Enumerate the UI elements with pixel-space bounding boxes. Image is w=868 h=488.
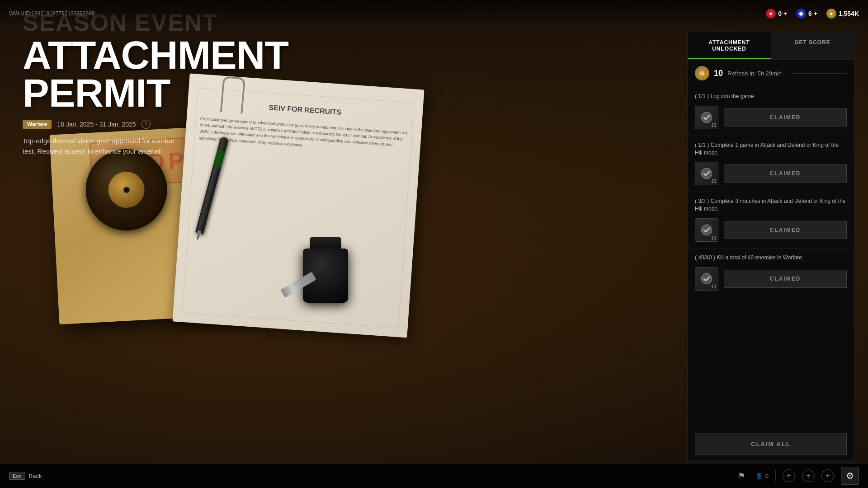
event-title-line1: ATTACHMENT — [23, 36, 288, 74]
event-title: ATTACHMENT PERMIT — [23, 36, 288, 112]
mission-2-reward-icon: 10 — [695, 162, 718, 185]
currency-red-icon: ♦ — [766, 9, 776, 19]
svg-point-0 — [701, 112, 712, 123]
panel-tabs: ATTACHMENT UNLOCKED GET SCORE — [688, 32, 854, 60]
currency-blue: ◆ 6 + — [796, 9, 817, 19]
score-divider — [791, 73, 847, 74]
mission-2-description: Complete 1 game in Attack and Defend or … — [695, 142, 839, 156]
currency-gold-icon: ● — [826, 9, 836, 19]
tag-date-row: Warfare 18 Jan. 2025 - 31 Jan. 2025 ? — [23, 120, 288, 129]
flag-icon[interactable]: ⚑ — [734, 469, 749, 483]
mission-4-check-icon — [700, 272, 713, 285]
mission-item-4: ( 40/40 ) Kill a total of 40 enemies in … — [688, 249, 854, 297]
score-icon: ⚙ — [695, 66, 709, 80]
player-count-value: 0 — [765, 473, 769, 479]
currency-gold: ● 1,554K — [826, 9, 859, 19]
tab-get-score[interactable]: GET SCORE — [771, 32, 854, 59]
settings-button[interactable]: ⚙ — [841, 467, 859, 485]
event-description: Top-edge thermal vision gear approved fo… — [23, 136, 185, 156]
mission-1-progress: ( 1/1 ) — [695, 93, 709, 99]
mission-item-2: ( 1/1 ) Complete 1 game in Attack and De… — [688, 136, 854, 192]
main-title-area: ATTACHMENT PERMIT Warfare 18 Jan. 2025 -… — [23, 36, 288, 156]
disk-outer — [82, 146, 170, 234]
mission-3-reward-number: 10 — [711, 235, 716, 240]
currency-gold-value: 1,554K — [839, 10, 859, 17]
svg-point-3 — [701, 273, 712, 284]
tab-attachment-unlocked[interactable]: ATTACHMENT UNLOCKED — [688, 32, 771, 59]
disk-label — [107, 170, 146, 210]
mission-4-header: ( 40/40 ) Kill a total of 40 enemies in … — [688, 249, 854, 265]
mission-2-reward-number: 10 — [711, 179, 716, 184]
right-panel: ATTACHMENT UNLOCKED GET SCORE ⚙ 10 Refre… — [687, 32, 854, 461]
mission-3-progress: ( 3/3 ) — [695, 198, 711, 204]
mission-2-progress: ( 1/1 ) — [695, 142, 711, 148]
svg-point-1 — [701, 168, 712, 179]
claim-all-button[interactable]: CLAIM ALL — [695, 433, 847, 455]
mission-4-reward-row: 10 CLAIMED — [688, 265, 854, 297]
missions-list: ( 1/1 ) Log into the game 10 CLAIMED ( 1… — [688, 87, 854, 427]
mission-item-3: ( 3/3 ) Complete 3 matches in Attack and… — [688, 192, 854, 249]
add-button-1[interactable]: + — [783, 469, 795, 482]
mission-4-progress: ( 40/40 ) — [695, 254, 717, 261]
mission-3-reward-icon: 10 — [695, 218, 718, 242]
mission-1-reward-row: 10 CLAIMED — [688, 104, 854, 136]
mission-4-reward-icon: 10 — [695, 267, 718, 291]
mission-3-header: ( 3/3 ) Complete 3 matches in Attack and… — [688, 192, 854, 216]
top-hud: WW.UID:189219187792133692698 ♦ 0 + ◆ 6 +… — [0, 0, 868, 27]
mission-2-reward-row: 10 CLAIMED — [688, 160, 854, 192]
add-button-2[interactable]: + — [802, 469, 815, 482]
ink-bottle — [298, 235, 353, 303]
mission-1-header: ( 1/1 ) Log into the game — [688, 87, 854, 104]
date-range: 18 Jan. 2025 - 31 Jan. 2025 — [57, 121, 136, 128]
mission-item-1: ( 1/1 ) Log into the game 10 CLAIMED — [688, 87, 854, 136]
mission-1-check-icon — [700, 111, 713, 124]
mission-2-header: ( 1/1 ) Complete 1 game in Attack and De… — [688, 136, 854, 160]
mission-4-reward-number: 10 — [711, 284, 716, 289]
score-refresh: Refresh in: 5h 29min — [727, 70, 782, 77]
mission-4-description: Kill a total of 40 enemies in Warfare — [717, 254, 802, 261]
currency-blue-value: 6 + — [808, 10, 817, 17]
back-button[interactable]: Esc Back — [9, 472, 42, 480]
disk-object — [82, 146, 171, 239]
mission-1-reward-number: 10 — [711, 123, 716, 128]
mission-3-reward-row: 10 CLAIMED — [688, 216, 854, 248]
mission-1-reward-icon: 10 — [695, 106, 718, 129]
warfare-tag: Warfare — [23, 120, 52, 129]
bottom-hud: Esc Back ⚑ 👤 0 + + + ⚙ — [0, 463, 868, 488]
bottom-divider — [775, 470, 776, 481]
mission-1-claimed-button[interactable]: CLAIMED — [724, 108, 847, 127]
disk-hole — [123, 186, 130, 193]
mission-2-check-icon — [700, 167, 713, 180]
add-button-3[interactable]: + — [821, 469, 834, 482]
bottom-actions: ⚑ 👤 0 + + + ⚙ — [734, 467, 859, 485]
mission-3-claimed-button[interactable]: CLAIMED — [724, 221, 847, 239]
mission-1-description: Log into the game — [711, 93, 754, 99]
help-button[interactable]: ? — [142, 120, 151, 129]
back-label: Back — [29, 473, 42, 479]
mission-3-description: Complete 3 matches in Attack and Defend … — [695, 198, 846, 212]
svg-point-2 — [701, 225, 712, 235]
currency-red: ♦ 0 + — [766, 9, 787, 19]
mission-3-check-icon — [700, 224, 713, 236]
uid-text: WW.UID:189219187792133692698 — [9, 10, 94, 17]
score-row: ⚙ 10 Refresh in: 5h 29min — [688, 60, 854, 87]
esc-key: Esc — [9, 472, 25, 480]
mission-4-claimed-button[interactable]: CLAIMED — [724, 270, 847, 288]
currency-blue-icon: ◆ — [796, 9, 806, 19]
currency-red-value: 0 + — [778, 10, 787, 17]
player-count: 👤 0 — [755, 473, 769, 479]
player-icon: 👤 — [755, 473, 763, 479]
currency-group: ♦ 0 + ◆ 6 + ● 1,554K — [766, 9, 859, 19]
event-title-line2: PERMIT — [23, 74, 288, 112]
score-amount: 10 — [714, 69, 723, 78]
mission-2-claimed-button[interactable]: CLAIMED — [724, 164, 847, 183]
